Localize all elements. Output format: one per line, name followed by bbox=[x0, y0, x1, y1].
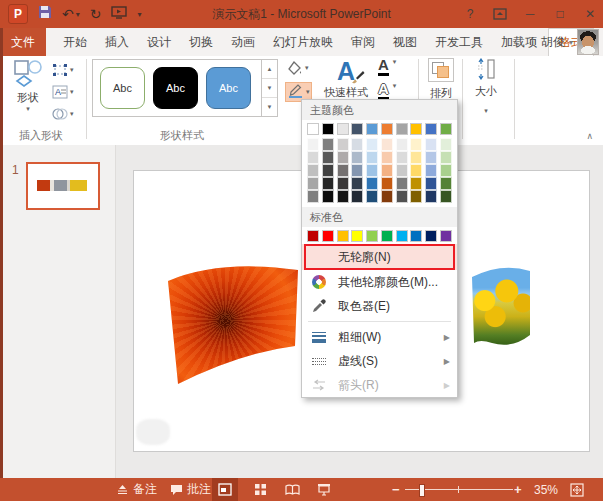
powerpoint-app-icon[interactable]: P bbox=[8, 4, 28, 24]
reading-view-button[interactable] bbox=[279, 478, 305, 501]
text-fill-button[interactable]: A ▾ bbox=[378, 58, 412, 78]
theme-variant-swatch[interactable] bbox=[366, 177, 378, 190]
help-button[interactable]: ? bbox=[463, 7, 477, 21]
fit-slide-to-window-button[interactable] bbox=[570, 478, 584, 501]
slides-panel[interactable]: 1 bbox=[3, 145, 116, 478]
theme-color-swatch[interactable] bbox=[322, 123, 334, 135]
theme-variant-swatch[interactable] bbox=[410, 177, 422, 190]
theme-variant-swatch[interactable] bbox=[396, 164, 408, 177]
theme-variant-swatch[interactable] bbox=[307, 151, 319, 164]
quick-styles-button[interactable]: A 快速样式 bbox=[318, 58, 374, 102]
notes-toggle[interactable]: 备注 bbox=[116, 478, 157, 501]
theme-variant-swatch[interactable] bbox=[337, 164, 349, 177]
merge-shapes-button[interactable]: ▾ bbox=[52, 104, 82, 123]
theme-variant-swatch[interactable] bbox=[351, 177, 363, 190]
standard-color-swatch[interactable] bbox=[351, 230, 363, 242]
theme-color-swatch[interactable] bbox=[410, 123, 422, 135]
ribbon-tab[interactable]: 开始 bbox=[54, 28, 96, 56]
collapse-ribbon-icon[interactable]: ∧ bbox=[586, 131, 593, 141]
zoom-level[interactable]: 35% bbox=[534, 478, 558, 501]
shape-style-preview[interactable]: Abc bbox=[100, 67, 145, 109]
gallery-more-icon[interactable]: ▼ bbox=[262, 98, 277, 116]
edit-shape-button[interactable]: ▾ bbox=[52, 60, 82, 79]
theme-variant-swatch[interactable] bbox=[366, 138, 378, 151]
theme-variant-swatch[interactable] bbox=[440, 190, 452, 203]
size-button[interactable]: 大小 ▾ bbox=[468, 58, 504, 117]
ribbon-tab[interactable]: 审阅 bbox=[342, 28, 384, 56]
theme-variant-swatch[interactable] bbox=[425, 190, 437, 203]
standard-color-swatch[interactable] bbox=[440, 230, 452, 242]
standard-color-swatch[interactable] bbox=[381, 230, 393, 242]
normal-view-button[interactable] bbox=[212, 478, 238, 501]
shape-fill-button[interactable]: ▾ bbox=[285, 58, 314, 78]
theme-color-swatch[interactable] bbox=[366, 123, 378, 135]
comments-toggle[interactable]: 批注 bbox=[170, 478, 211, 501]
theme-color-swatch[interactable] bbox=[425, 123, 437, 135]
theme-variant-swatch[interactable] bbox=[381, 138, 393, 151]
theme-variant-swatch[interactable] bbox=[381, 164, 393, 177]
theme-color-swatch[interactable] bbox=[351, 123, 363, 135]
standard-color-swatch[interactable] bbox=[366, 230, 378, 242]
theme-variant-swatch[interactable] bbox=[410, 164, 422, 177]
menu-item-dashes[interactable]: 虚线(S) ▶ bbox=[302, 349, 457, 373]
theme-color-swatch[interactable] bbox=[440, 123, 452, 135]
ribbon-tab[interactable]: 切换 bbox=[180, 28, 222, 56]
text-box-button[interactable]: A ▾ bbox=[52, 82, 82, 101]
user-account[interactable]: 胡俊 ▾ bbox=[541, 28, 599, 56]
close-button[interactable]: ✕ bbox=[583, 7, 597, 21]
theme-color-swatch[interactable] bbox=[337, 123, 349, 135]
theme-variant-swatch[interactable] bbox=[381, 177, 393, 190]
ribbon-tab[interactable]: 设计 bbox=[138, 28, 180, 56]
theme-variant-swatch[interactable] bbox=[351, 151, 363, 164]
standard-color-swatch[interactable] bbox=[410, 230, 422, 242]
theme-variant-swatch[interactable] bbox=[410, 190, 422, 203]
theme-variant-swatch[interactable] bbox=[396, 190, 408, 203]
ribbon-display-options-icon[interactable] bbox=[493, 8, 507, 20]
theme-variant-swatch[interactable] bbox=[381, 190, 393, 203]
shapes-gallery-button[interactable]: 形状 ▾ bbox=[7, 59, 49, 127]
theme-variant-swatch[interactable] bbox=[337, 138, 349, 151]
customize-qat-icon[interactable]: ▾ bbox=[137, 10, 141, 19]
standard-color-swatch[interactable] bbox=[337, 230, 349, 242]
zoom-out-button[interactable]: − bbox=[392, 478, 400, 501]
tab-file[interactable]: 文件 bbox=[0, 28, 46, 56]
theme-variant-swatch[interactable] bbox=[322, 138, 334, 151]
maximize-button[interactable]: □ bbox=[553, 7, 567, 21]
theme-variant-swatch[interactable] bbox=[307, 138, 319, 151]
theme-variant-swatch[interactable] bbox=[337, 177, 349, 190]
shape-style-preview[interactable]: Abc bbox=[153, 67, 198, 109]
theme-variant-swatch[interactable] bbox=[410, 138, 422, 151]
undo-dropdown-icon[interactable]: ▾ bbox=[76, 10, 80, 19]
theme-variant-swatch[interactable] bbox=[440, 138, 452, 151]
theme-variant-swatch[interactable] bbox=[381, 151, 393, 164]
menu-item-weight[interactable]: 粗细(W) ▶ bbox=[302, 325, 457, 349]
gallery-scroll-up-icon[interactable]: ▲ bbox=[262, 60, 277, 79]
theme-variant-swatch[interactable] bbox=[351, 164, 363, 177]
theme-variant-swatch[interactable] bbox=[396, 177, 408, 190]
zoom-slider-thumb[interactable] bbox=[419, 484, 425, 497]
theme-variant-swatch[interactable] bbox=[307, 190, 319, 203]
gallery-scroll-down-icon[interactable]: ▼ bbox=[262, 79, 277, 98]
theme-variant-swatch[interactable] bbox=[322, 190, 334, 203]
theme-variant-swatch[interactable] bbox=[307, 164, 319, 177]
redo-button[interactable]: ↻ bbox=[90, 7, 102, 21]
ribbon-tab[interactable]: 插入 bbox=[96, 28, 138, 56]
standard-color-swatch[interactable] bbox=[322, 230, 334, 242]
picture-red-chrysanthemum[interactable] bbox=[168, 263, 298, 387]
standard-color-swatch[interactable] bbox=[425, 230, 437, 242]
theme-variant-swatch[interactable] bbox=[337, 190, 349, 203]
theme-variant-swatch[interactable] bbox=[337, 151, 349, 164]
theme-variant-swatch[interactable] bbox=[440, 151, 452, 164]
theme-color-swatch[interactable] bbox=[396, 123, 408, 135]
ribbon-tab[interactable]: 视图 bbox=[384, 28, 426, 56]
theme-variant-swatch[interactable] bbox=[410, 151, 422, 164]
theme-variant-swatch[interactable] bbox=[307, 177, 319, 190]
arrange-button[interactable]: 排列 bbox=[424, 58, 458, 101]
ribbon-tab[interactable]: 动画 bbox=[222, 28, 264, 56]
slide-thumbnail[interactable] bbox=[26, 162, 100, 210]
theme-variant-swatch[interactable] bbox=[366, 190, 378, 203]
theme-variant-swatch[interactable] bbox=[322, 177, 334, 190]
theme-variant-swatch[interactable] bbox=[440, 177, 452, 190]
slide-sorter-view-button[interactable] bbox=[247, 478, 273, 501]
save-icon[interactable] bbox=[38, 5, 52, 23]
